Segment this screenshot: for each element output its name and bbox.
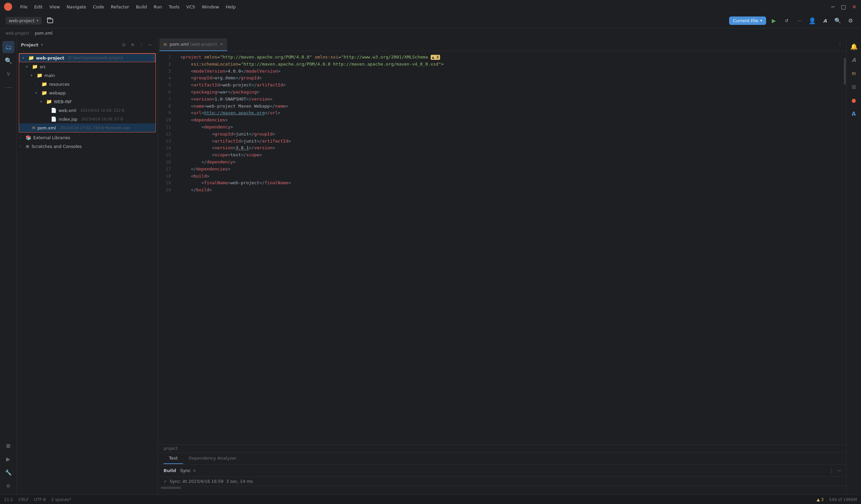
search-button[interactable]: 🔍 <box>833 16 843 26</box>
menu-navigate[interactable]: Navigate <box>64 3 89 11</box>
search-view-button[interactable]: 🔍 <box>2 55 14 67</box>
build-tab[interactable]: Build <box>164 468 176 473</box>
webxml-file-icon: 📄 <box>51 108 56 113</box>
git-view-button[interactable]: ⑂ <box>2 68 14 80</box>
tree-item-webxml[interactable]: 📄 web.xml 2023/4/16 16:58, 222 B <box>19 106 155 115</box>
tools-view-button[interactable]: 🔧 <box>2 466 14 478</box>
translate-icon[interactable]: A <box>820 16 830 26</box>
breadcrumb-project[interactable]: web-project <box>5 31 29 36</box>
panel-collapse-icon[interactable]: ─ <box>838 468 841 473</box>
minimize-button[interactable]: ─ <box>830 4 835 10</box>
tree-item-webapp[interactable]: ▾ 📁 webapp <box>19 88 155 97</box>
sync-close-icon[interactable]: ✕ <box>193 468 196 473</box>
title-bar: File Edit View Navigate Code Refactor Bu… <box>0 0 861 13</box>
status-encoding[interactable]: UTF-8 <box>34 497 46 502</box>
new-folder-button[interactable] <box>47 18 53 23</box>
editor-scrollbar[interactable] <box>844 51 846 445</box>
run-button[interactable]: ▶ <box>769 16 779 26</box>
translate-right-icon[interactable]: A <box>849 55 859 65</box>
menu-edit[interactable]: Edit <box>32 3 45 11</box>
menu-tools[interactable]: Tools <box>166 3 182 11</box>
menu-build[interactable]: Build <box>133 3 150 11</box>
project-selector[interactable]: web-project ▾ <box>5 17 42 25</box>
more-options-button[interactable]: ⋯ <box>794 16 805 26</box>
run-controls: Current File ▾ ▶ ↺ ⋯ 👤 A 🔍 ⚙ <box>729 16 856 26</box>
more-views-button[interactable]: ⋯ <box>2 81 14 94</box>
expand-arrow-src-icon: ▾ <box>26 65 31 69</box>
maximize-button[interactable]: □ <box>841 4 846 10</box>
refresh-button[interactable]: ↺ <box>782 16 792 26</box>
line-num-13: 13 <box>158 138 171 145</box>
code-line-8: <name>web-project Maven Webapp</name> <box>180 103 838 110</box>
tree-item-scratches[interactable]: › ≡ Scratches and Consoles <box>17 142 158 151</box>
panel-expand-icon[interactable]: ⊙ <box>120 41 127 48</box>
breadcrumb-separator: › <box>31 31 33 36</box>
status-line-ending[interactable]: CRLF <box>18 497 29 502</box>
menu-run[interactable]: Run <box>151 3 165 11</box>
tree-label-web-project: web-project <box>36 55 64 60</box>
code-content[interactable]: <project xmlns="http://maven.apache.org/… <box>175 51 844 445</box>
scrollbar-thumb[interactable] <box>844 58 846 85</box>
tree-item-external-libraries[interactable]: › 📚 External Libraries <box>17 133 158 142</box>
sync-duration: 3 sec, 14 ms <box>226 479 253 484</box>
menu-file[interactable]: File <box>17 3 30 11</box>
status-memory[interactable]: 544 of 1966M <box>829 497 857 502</box>
services-view-button[interactable]: ⚙ <box>2 480 14 492</box>
menu-window[interactable]: Window <box>199 3 222 11</box>
terminal-view-button[interactable]: ▦ <box>2 439 14 451</box>
code-line-20: </build> <box>180 186 838 194</box>
panel-chevron-icon: ▾ <box>41 43 43 47</box>
tab-close-icon[interactable]: ✕ <box>220 42 223 47</box>
tree-item-main[interactable]: ▾ 📁 main <box>19 71 155 80</box>
warning-count: ▲ 3 <box>817 497 824 502</box>
status-right: ▲ 3 544 of 1966M <box>817 497 857 502</box>
tree-item-web-project[interactable]: ▾ 📁 web-project D:\workspaces\web-projec… <box>19 54 155 62</box>
status-warnings[interactable]: ▲ 3 <box>817 497 824 502</box>
maven-right-icon[interactable]: m <box>849 68 859 79</box>
tree-item-indexjsp[interactable]: 📄 index.jsp 2023/4/16 16:58, 57 B <box>19 115 155 123</box>
menu-vcs[interactable]: VCS <box>184 3 198 11</box>
line-num-4: 4 <box>158 75 171 82</box>
notification-icon[interactable]: 🔔 <box>849 41 859 52</box>
account-icon[interactable]: 👤 <box>807 16 817 26</box>
panel-options-icon[interactable]: ⋮ <box>829 468 834 473</box>
panel-more-icon[interactable]: ⋮ <box>138 41 145 48</box>
tab-dependency-analyzer[interactable]: Dependency Analyzer <box>183 453 242 464</box>
plugin-right-icon[interactable]: ⊞ <box>849 81 859 92</box>
line-numbers: 1 2 3 4 5 6 7 8 9 10 11 12 13 14 15 16 1… <box>158 51 175 445</box>
menu-help[interactable]: Help <box>223 3 238 11</box>
settings-button[interactable]: ⚙ <box>846 16 856 26</box>
status-indent[interactable]: 2 spaces* <box>51 497 71 502</box>
line-num-10: 10 <box>158 117 171 124</box>
menu-code[interactable]: Code <box>90 3 107 11</box>
sync-tab-label[interactable]: Sync <box>180 468 190 473</box>
tree-item-resources[interactable]: › 📁 resources <box>19 80 155 88</box>
code-line-11: <dependency> <box>180 124 838 131</box>
status-encoding-icon[interactable]: 21:1 <box>4 497 13 502</box>
line-num-17: 17 <box>158 166 171 173</box>
tab-more-button[interactable]: ⋮ <box>835 42 845 47</box>
panel-close-icon[interactable]: ✕ <box>129 41 136 48</box>
tab-pomxml[interactable]: m pom.xml (web-project) ✕ <box>160 38 227 51</box>
project-view-button[interactable]: 🗂 <box>2 41 14 53</box>
current-file-dropdown[interactable]: Current File ▾ <box>729 16 766 25</box>
horizontal-scrollbar[interactable] <box>158 486 846 489</box>
h-scrollbar-thumb[interactable] <box>161 487 181 489</box>
ai-right-icon[interactable]: A <box>849 108 859 119</box>
status-crlf: CRLF <box>18 497 29 502</box>
menu-refactor[interactable]: Refactor <box>108 3 132 11</box>
run-view-button[interactable]: ▶ <box>2 453 14 465</box>
tree-label-webapp: webapp <box>49 90 66 96</box>
tree-item-webinf[interactable]: ▾ 📁 WEB-INF <box>19 97 155 106</box>
paint-right-icon[interactable]: ● <box>849 95 859 106</box>
breadcrumb-file[interactable]: pom.xml <box>35 31 53 36</box>
code-line-2: xsi:schemaLocation="http://maven.apache.… <box>180 61 838 68</box>
status-spaces: 2 spaces* <box>51 497 71 502</box>
tree-item-src[interactable]: ▾ 📁 src <box>19 62 155 71</box>
panel-minimize-icon[interactable]: ─ <box>146 41 154 48</box>
close-button[interactable]: ✕ <box>851 4 857 10</box>
menu-view[interactable]: View <box>47 3 63 11</box>
tab-text[interactable]: Text <box>164 453 183 464</box>
tree-item-pomxml[interactable]: m pom.xml 2023/4/16 17:02, 739 B Moments… <box>19 123 155 132</box>
tree-label-resources: resources <box>49 82 70 87</box>
